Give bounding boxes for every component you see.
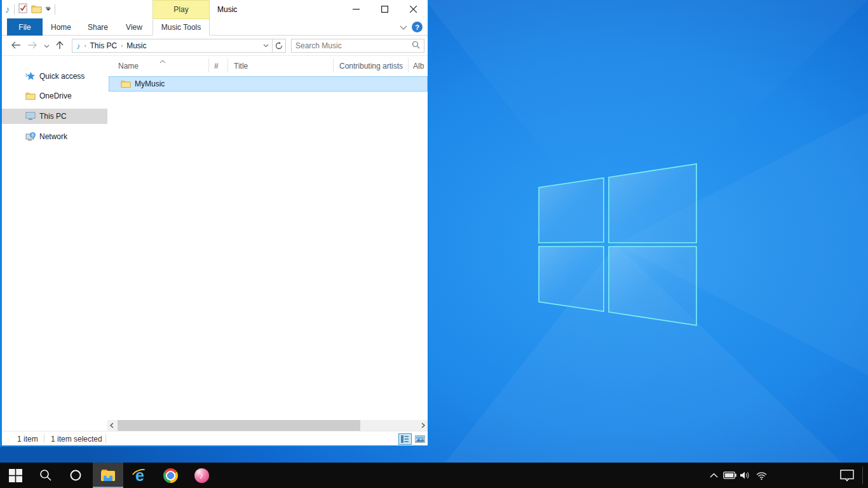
window-music-icon: ♪: [5, 4, 10, 14]
scrollbar-thumb[interactable]: [118, 420, 360, 431]
play-tab-label: Play: [173, 5, 188, 14]
properties-icon[interactable]: [18, 3, 27, 15]
tab-view[interactable]: View: [116, 18, 152, 36]
status-separator: [105, 434, 106, 443]
play-contextual-tab[interactable]: Play: [153, 0, 210, 18]
taskbar: e ♪: [0, 463, 868, 488]
tray-chevron-up-icon[interactable]: [707, 463, 721, 488]
search-box: [291, 39, 424, 53]
system-tray: [0, 463, 868, 488]
tab-label: Music Tools: [161, 23, 201, 32]
wifi-icon[interactable]: [754, 463, 769, 488]
help-glyph: ?: [415, 24, 419, 31]
address-bar[interactable]: ♪ › This PC › Music: [72, 39, 273, 53]
column-header-name[interactable]: Name: [118, 62, 139, 71]
sidebar-item-quick-access[interactable]: Quick access: [2, 69, 107, 84]
caption-buttons: [342, 0, 428, 18]
column-header-title[interactable]: Title: [234, 62, 248, 71]
sidebar-item-network[interactable]: Network: [2, 129, 107, 144]
show-desktop-edge[interactable]: [862, 466, 863, 484]
breadcrumb-this-pc[interactable]: This PC: [90, 41, 118, 50]
status-bar: 1 item 1 item selected: [2, 431, 428, 445]
file-row-mymusic[interactable]: MyMusic: [109, 76, 428, 92]
sidebar-item-this-pc[interactable]: This PC: [2, 109, 107, 124]
back-button[interactable]: [11, 41, 21, 51]
column-header-album[interactable]: Alb: [413, 62, 424, 71]
scroll-left-arrow[interactable]: [107, 420, 116, 431]
sidebar-item-onedrive[interactable]: OneDrive: [2, 88, 107, 104]
sidebar-item-label: OneDrive: [39, 92, 72, 100]
battery-icon[interactable]: [722, 463, 737, 488]
details-view-button[interactable]: [398, 433, 412, 445]
sidebar-item-label: Quick access: [39, 72, 85, 81]
help-button[interactable]: ?: [412, 22, 423, 32]
title-bar[interactable]: ♪ Play Music: [2, 0, 428, 18]
status-separator: [44, 434, 44, 443]
large-icons-view-button[interactable]: [413, 433, 426, 445]
column-header-number[interactable]: #: [214, 62, 219, 71]
collapse-ribbon-chevron-icon[interactable]: [400, 23, 407, 32]
tab-home[interactable]: Home: [43, 18, 79, 36]
search-icon[interactable]: [412, 41, 424, 51]
column-divider[interactable]: [333, 58, 334, 72]
new-folder-icon[interactable]: [31, 4, 42, 15]
maximize-button[interactable]: [370, 0, 399, 18]
tab-share[interactable]: Share: [79, 18, 116, 36]
quick-access-toolbar: ♪: [5, 0, 55, 18]
sidebar-item-label: Network: [39, 132, 67, 141]
up-button[interactable]: [56, 41, 64, 51]
ribbon-tabs: File Home Share View Music Tools ?: [2, 18, 428, 36]
breadcrumb-chevron-icon: ›: [117, 43, 126, 49]
item-count: 1 item: [17, 435, 38, 444]
action-center-icon[interactable]: [839, 463, 855, 488]
breadcrumb-chevron-icon: ›: [81, 43, 90, 49]
column-divider[interactable]: [408, 58, 409, 72]
column-headers: Name # Title Contributing artists Alb: [107, 56, 428, 75]
folder-icon: [121, 79, 131, 89]
minimize-button[interactable]: [342, 0, 370, 18]
navigation-pane: Quick access OneDrive This PC Network: [2, 56, 107, 430]
breadcrumb-music[interactable]: Music: [126, 41, 146, 50]
recent-locations-chevron-icon[interactable]: [44, 41, 50, 50]
tab-label: File: [18, 23, 31, 32]
tab-label: View: [126, 23, 142, 32]
toolbar-separator: [14, 4, 15, 15]
horizontal-scrollbar[interactable]: [107, 420, 428, 431]
address-bar-row: ♪ › This PC › Music: [2, 36, 428, 56]
tab-label: Share: [88, 23, 108, 32]
network-icon: [25, 132, 36, 142]
search-input[interactable]: [292, 41, 412, 50]
sidebar-item-label: This PC: [39, 112, 67, 121]
quick-access-star-icon: [25, 71, 36, 81]
refresh-button[interactable]: [273, 39, 286, 53]
sort-ascending-icon: [159, 57, 166, 65]
column-divider[interactable]: [208, 58, 209, 72]
toolbar-separator: [55, 4, 55, 15]
address-dropdown-chevron-icon[interactable]: [260, 39, 273, 53]
close-button[interactable]: [399, 0, 428, 18]
navigation-buttons: [11, 36, 64, 56]
windows-logo: [537, 162, 699, 330]
column-divider[interactable]: [227, 58, 228, 72]
file-list-pane[interactable]: Name # Title Contributing artists Alb My…: [107, 56, 428, 445]
customize-toolbar-caret-icon[interactable]: [46, 7, 51, 12]
window-title: Music: [217, 5, 237, 14]
this-pc-monitor-icon: [25, 111, 36, 121]
column-header-contributing-artists[interactable]: Contributing artists: [339, 62, 403, 71]
forward-button[interactable]: [27, 41, 37, 51]
onedrive-folder-icon: [25, 91, 36, 101]
scroll-right-arrow[interactable]: [419, 420, 428, 431]
tab-music-tools[interactable]: Music Tools: [153, 18, 210, 36]
file-explorer-window: ♪ Play Music: [0, 0, 429, 447]
selected-count: 1 item selected: [51, 435, 102, 444]
volume-icon[interactable]: [737, 463, 752, 488]
tab-file[interactable]: File: [7, 18, 43, 36]
tab-label: Home: [51, 23, 71, 32]
file-name: MyMusic: [135, 79, 165, 88]
screen: ♪ Play Music: [0, 0, 868, 488]
